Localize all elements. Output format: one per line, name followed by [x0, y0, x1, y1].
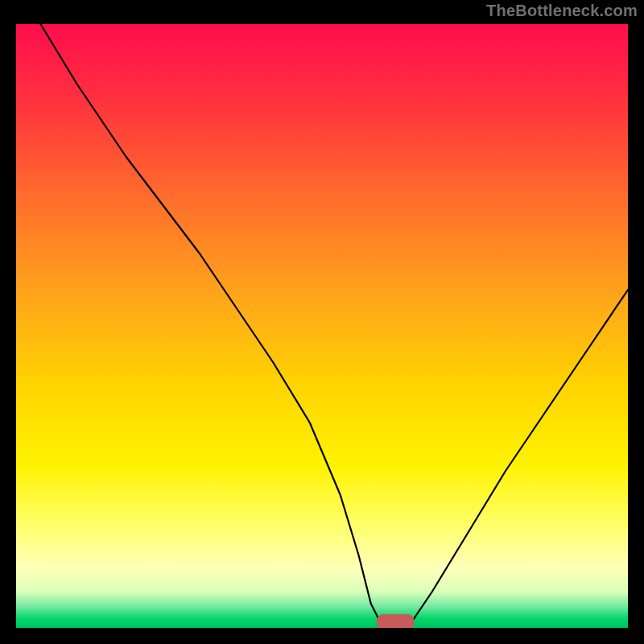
attribution-text: TheBottleneck.com — [486, 2, 638, 20]
chart-frame: TheBottleneck.com — [0, 0, 644, 644]
plot-area — [16, 24, 628, 628]
svg-rect-1 — [377, 614, 414, 628]
optimum-marker — [16, 24, 628, 628]
